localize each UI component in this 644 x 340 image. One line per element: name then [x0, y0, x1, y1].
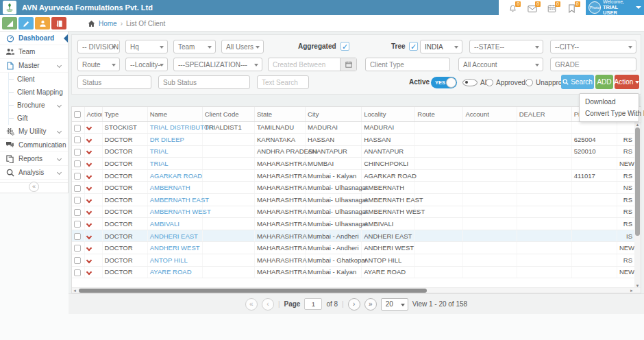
- cell-name[interactable]: DR DILEEP: [147, 134, 202, 146]
- grade-input[interactable]: [550, 58, 636, 71]
- col-route[interactable]: Route: [415, 107, 463, 121]
- cell-name[interactable]: TRIAL DISTRIBUTOR: [147, 121, 202, 134]
- col-city[interactable]: City: [306, 107, 362, 121]
- row-expand-chevron-icon[interactable]: [86, 149, 91, 154]
- row-expand-chevron-icon[interactable]: [86, 269, 91, 275]
- col-action[interactable]: Action: [84, 107, 102, 121]
- bell-icon[interactable]: 0: [506, 2, 519, 13]
- row-expand-chevron-icon[interactable]: [86, 173, 91, 178]
- col-name[interactable]: Name: [147, 107, 202, 121]
- sidebar-collapse-button[interactable]: «: [29, 182, 39, 192]
- row-checkbox[interactable]: [74, 245, 81, 252]
- sidebar-item-brochure[interactable]: Brochure: [9, 99, 68, 112]
- sidebar-item-analysis[interactable]: Analysis: [0, 166, 68, 180]
- cell-name[interactable]: ANDHERI EAST: [147, 230, 202, 242]
- row-checkbox[interactable]: [74, 257, 81, 264]
- person-button[interactable]: [35, 17, 50, 29]
- city-select[interactable]: --CITY--: [550, 40, 636, 53]
- aggregated-checkbox[interactable]: ✓: [340, 42, 349, 51]
- action-button[interactable]: Action: [615, 75, 639, 89]
- row-expand-chevron-icon[interactable]: [86, 221, 91, 227]
- sidebar-item-reports[interactable]: Reports: [0, 152, 68, 166]
- locality-select[interactable]: --Locality--: [125, 58, 168, 71]
- cell-name[interactable]: AGARKAR ROAD: [147, 169, 202, 182]
- sub-status-input[interactable]: [158, 75, 250, 89]
- status-input[interactable]: [77, 75, 151, 89]
- row-checkbox[interactable]: [74, 160, 81, 167]
- tree-checkbox[interactable]: ✓: [409, 42, 418, 51]
- col-account[interactable]: Account: [463, 107, 517, 121]
- last-page-button[interactable]: »: [364, 298, 377, 311]
- horizontal-scroll-thumb[interactable]: [79, 289, 427, 293]
- row-expand-chevron-icon[interactable]: [86, 245, 91, 251]
- row-checkbox[interactable]: [74, 149, 81, 156]
- cell-name[interactable]: TRIAL: [147, 145, 202, 158]
- page-number-input[interactable]: [304, 298, 322, 310]
- horizontal-scrollbar[interactable]: ◄ ►: [72, 287, 641, 293]
- pencil-button[interactable]: [18, 17, 34, 29]
- row-checkbox[interactable]: [74, 185, 81, 192]
- vertical-scrollbar[interactable]: ▲ ▼: [634, 122, 641, 289]
- calendar-icon[interactable]: 0: [546, 2, 558, 13]
- active-toggle[interactable]: YES: [431, 77, 457, 88]
- row-checkbox[interactable]: [74, 269, 81, 276]
- sidebar-item-team[interactable]: Team: [0, 45, 68, 59]
- country-select[interactable]: INDIA: [420, 40, 462, 53]
- bookmark-icon[interactable]: 0: [566, 2, 578, 13]
- first-page-button[interactable]: «: [245, 298, 258, 311]
- cell-name[interactable]: AMBERNATH WEST: [147, 206, 202, 218]
- all-account-select[interactable]: All Account: [458, 58, 543, 71]
- scroll-right-icon[interactable]: ►: [630, 288, 634, 293]
- specialization-select[interactable]: ---SPECIALIZATION---: [173, 58, 262, 71]
- cell-name[interactable]: AMBERNATH: [147, 182, 202, 194]
- sidebar-item-client[interactable]: Client: [9, 73, 68, 86]
- row-checkbox[interactable]: [74, 209, 81, 216]
- cell-name[interactable]: ANDHERI WEST: [147, 242, 202, 254]
- col-state[interactable]: State: [254, 107, 305, 121]
- search-button[interactable]: Search: [561, 75, 594, 89]
- select-all-checkbox[interactable]: [74, 111, 81, 118]
- sidebar-item-communication[interactable]: Communication: [0, 138, 68, 152]
- company-logo-icon[interactable]: [3, 1, 16, 14]
- menu-item-download[interactable]: Download: [580, 96, 639, 108]
- sidebar-item-dashboard[interactable]: Dashboard: [0, 32, 68, 45]
- row-checkbox[interactable]: [74, 221, 81, 228]
- prev-page-button[interactable]: ‹: [262, 298, 274, 311]
- col-client-code[interactable]: Client Code: [202, 107, 254, 121]
- text-search-input[interactable]: [257, 75, 309, 89]
- row-checkbox[interactable]: [74, 136, 81, 143]
- sidebar-item-gift[interactable]: Gift: [9, 112, 68, 125]
- row-expand-chevron-icon[interactable]: [86, 209, 91, 215]
- breadcrumb-home-link[interactable]: Home: [99, 20, 117, 27]
- calendar-addon-icon[interactable]: [340, 58, 356, 71]
- add-button[interactable]: ADD: [595, 75, 613, 89]
- next-page-button[interactable]: ›: [348, 298, 360, 311]
- row-expand-chevron-icon[interactable]: [86, 258, 91, 263]
- division-select[interactable]: -- DIVISION: [77, 40, 120, 53]
- radio-all[interactable]: All: [462, 75, 488, 89]
- state-select[interactable]: --STATE--: [469, 40, 543, 53]
- cell-name[interactable]: ANTOP HILL: [147, 254, 202, 267]
- row-expand-chevron-icon[interactable]: [86, 161, 91, 167]
- menu-item-convert-type[interactable]: Convert Type With Plan: [580, 108, 639, 119]
- scroll-left-icon[interactable]: ◄: [73, 288, 77, 293]
- user-menu[interactable]: Photo Welcome, TRIAL USER: [586, 0, 644, 15]
- cell-name[interactable]: TRIAL: [147, 158, 202, 170]
- client-type-input[interactable]: [365, 58, 450, 71]
- row-checkbox[interactable]: [74, 173, 81, 180]
- route-select[interactable]: Route: [77, 58, 120, 71]
- book-button[interactable]: [51, 17, 66, 29]
- team-select[interactable]: Team: [173, 40, 216, 53]
- row-checkbox[interactable]: [74, 197, 81, 204]
- cell-name[interactable]: AMBERNATH EAST: [147, 194, 202, 206]
- scroll-up-icon[interactable]: ▲: [634, 122, 641, 127]
- sidebar-item-my-utility[interactable]: My Utility: [0, 125, 68, 138]
- sidebar-item-client-mapping[interactable]: Client Mapping: [9, 86, 68, 99]
- mail-icon[interactable]: 0: [526, 2, 538, 13]
- col-dealer[interactable]: DEALER: [517, 107, 571, 121]
- row-expand-chevron-icon[interactable]: [86, 233, 91, 239]
- cell-name[interactable]: AMBIVALI: [147, 218, 202, 230]
- row-expand-chevron-icon[interactable]: [86, 125, 91, 130]
- chart-button[interactable]: [2, 17, 17, 29]
- col-locality[interactable]: Locality: [362, 107, 415, 121]
